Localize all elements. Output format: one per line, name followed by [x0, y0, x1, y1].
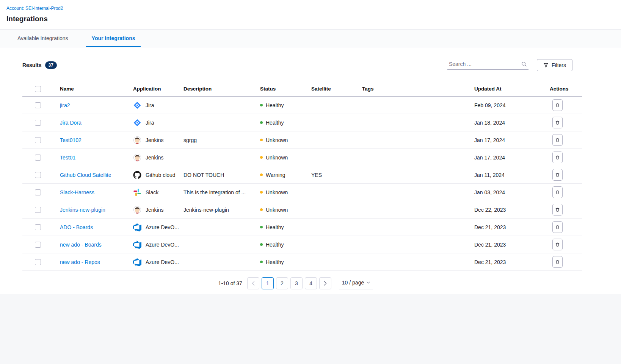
delete-button[interactable] [552, 99, 563, 111]
row-select-cell [22, 137, 60, 143]
select-all-checkbox[interactable] [35, 86, 41, 92]
row-checkbox[interactable] [35, 155, 41, 161]
filter-icon [543, 62, 549, 68]
row-checkbox[interactable] [35, 259, 41, 265]
actions-cell [550, 99, 582, 111]
integration-name-link[interactable]: Slack-Harness [60, 189, 94, 195]
integration-name-link[interactable]: Test01 [60, 155, 75, 161]
description-cell: Jenkins-new-plugin [183, 207, 260, 213]
page-button-4[interactable]: 4 [305, 277, 317, 289]
updated-at-cell: Jan 03, 2024 [474, 189, 550, 195]
prev-page-button[interactable] [247, 277, 259, 289]
results-label: Results [22, 62, 42, 68]
name-cell: Github Cloud Satellite [60, 172, 133, 178]
next-page-button[interactable] [319, 277, 331, 289]
description-cell: This is the integration of ... [183, 189, 260, 195]
jenkins-icon [133, 153, 141, 162]
status-dot [260, 121, 263, 124]
status-label: Healthy [266, 102, 284, 108]
delete-button[interactable] [552, 117, 563, 128]
tab-available-integrations[interactable]: Available Integrations [12, 30, 74, 47]
integration-name-link[interactable]: new ado - Boards [60, 242, 102, 248]
row-checkbox[interactable] [35, 242, 41, 248]
status-label: Healthy [266, 224, 284, 230]
integration-name-link[interactable]: Jenkins-new-plugin [60, 207, 105, 213]
updated-at-cell: Jan 18, 2024 [474, 120, 550, 126]
updated-at-cell: Dec 21, 2023 [474, 259, 550, 265]
row-select-cell [22, 120, 60, 126]
pagination-pages: 1234 [247, 277, 331, 289]
page-button-2[interactable]: 2 [276, 277, 288, 289]
status-label: Unknown [266, 137, 288, 143]
search-input[interactable] [449, 61, 521, 67]
integration-name-link[interactable]: ADO - Boards [60, 224, 93, 230]
delete-button[interactable] [552, 169, 563, 181]
delete-button[interactable] [552, 256, 563, 268]
application-label: Jenkins [146, 155, 163, 161]
footer-band [0, 294, 621, 364]
delete-button[interactable] [552, 186, 563, 198]
account-link[interactable]: Account: SEI-Internal-Prod2 [6, 6, 63, 11]
jenkins-icon [133, 136, 141, 144]
integration-name-link[interactable]: Github Cloud Satellite [60, 172, 111, 178]
integration-name-link[interactable]: new ado - Repos [60, 259, 100, 265]
table-row: Github Cloud SatelliteGithub cloudDO NOT… [22, 166, 582, 184]
tab-your-integrations[interactable]: Your Integrations [86, 30, 141, 47]
delete-button[interactable] [552, 134, 563, 146]
toolbar: Results 37 Filters [17, 59, 574, 72]
description-text: DO NOT TOUCH [183, 172, 224, 178]
application-cell: Jira [133, 101, 183, 109]
application-label: Jenkins [146, 207, 163, 213]
status-cell: Healthy [260, 259, 311, 265]
row-checkbox[interactable] [35, 172, 41, 178]
delete-button[interactable] [552, 152, 563, 163]
updated-at-cell: Dec 21, 2023 [474, 224, 550, 230]
description-text: sgrgg [183, 137, 197, 143]
application-cell: Slack [133, 188, 183, 197]
page-button-1[interactable]: 1 [262, 277, 274, 289]
integration-name-link[interactable]: Jira Dora [60, 120, 82, 126]
name-cell: Test01 [60, 155, 133, 161]
row-checkbox[interactable] [35, 189, 41, 195]
integration-name-link[interactable]: jira2 [60, 102, 70, 108]
row-checkbox[interactable] [35, 207, 41, 213]
status-cell: Healthy [260, 224, 311, 230]
azure-icon [133, 258, 141, 266]
status-label: Unknown [266, 189, 288, 195]
column-header-tags: Tags [362, 86, 474, 92]
results-count-badge: 37 [45, 61, 57, 69]
description-cell: sgrgg [183, 137, 260, 143]
page-button-3[interactable]: 3 [290, 277, 303, 289]
filters-button-label: Filters [552, 62, 566, 68]
application-cell: Github cloud [133, 171, 183, 179]
page-size-select[interactable]: 10 / page [339, 278, 373, 289]
row-checkbox[interactable] [35, 224, 41, 230]
filters-button[interactable]: Filters [537, 59, 572, 71]
status-dot [260, 156, 263, 159]
row-checkbox[interactable] [35, 120, 41, 126]
delete-button[interactable] [552, 204, 563, 216]
delete-button[interactable] [552, 239, 563, 250]
actions-cell [550, 204, 582, 216]
application-cell: Jenkins [133, 153, 183, 162]
column-header-status: Status [260, 86, 311, 92]
actions-cell [550, 152, 582, 163]
updated-at-cell: Jan 17, 2024 [474, 137, 550, 143]
row-checkbox[interactable] [35, 137, 41, 143]
row-select-cell [22, 259, 60, 265]
column-header-satellite: Satellite [311, 86, 362, 92]
delete-button[interactable] [552, 221, 563, 233]
actions-cell [550, 117, 582, 128]
row-checkbox[interactable] [35, 102, 41, 108]
application-label: Jira [146, 102, 154, 108]
application-label: Azure DevO... [146, 242, 179, 248]
status-cell: Unknown [260, 189, 311, 195]
integration-name-link[interactable]: Test0102 [60, 137, 82, 143]
status-cell: Unknown [260, 137, 311, 143]
jira-icon [133, 101, 141, 109]
status-dot [260, 243, 263, 246]
github-icon [133, 171, 141, 179]
application-cell: Azure DevO... [133, 241, 183, 249]
status-cell: Warning [260, 172, 311, 178]
table-row: new ado - BoardsAzure DevO...HealthyDec … [22, 236, 582, 253]
